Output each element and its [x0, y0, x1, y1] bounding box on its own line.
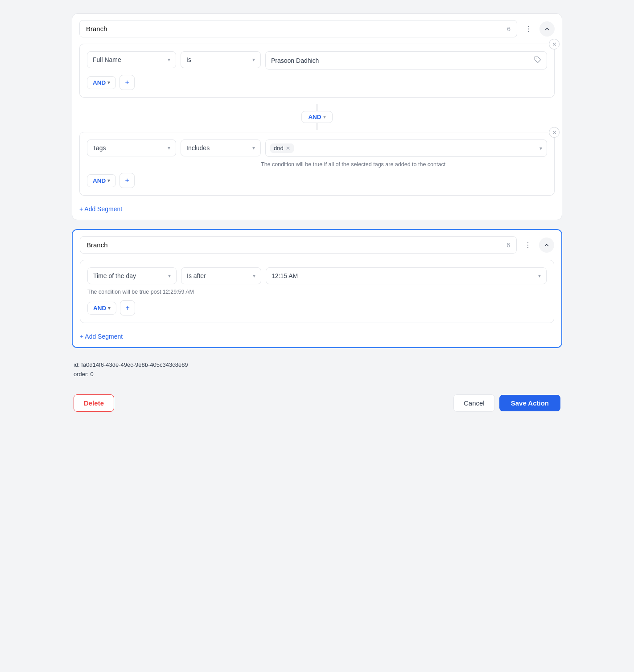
- tag-remove-icon[interactable]: ✕: [286, 145, 290, 152]
- svg-point-2: [528, 31, 529, 32]
- meta-order: order: 0: [74, 370, 560, 379]
- field-operator-select-2-1[interactable]: Is after ▾: [181, 267, 261, 284]
- branch-title-text-2: Branch: [86, 241, 108, 249]
- and-row-2-1: AND ▾ +: [87, 300, 547, 316]
- field-name-label-1-1: Full Name: [93, 56, 121, 63]
- branch-collapse-btn-2[interactable]: [539, 238, 554, 253]
- field-name-label-2-1: Time of the day: [93, 272, 136, 279]
- meta-info: id: fa0d14f6-43de-49ec-9e8b-405c343c8e89…: [72, 357, 562, 383]
- branch-title-2[interactable]: Branch 6: [80, 236, 517, 254]
- svg-point-5: [527, 244, 528, 245]
- add-segment-label-1: + Add Segment: [79, 205, 122, 213]
- branch-title-1[interactable]: Branch 6: [79, 20, 517, 37]
- cancel-button[interactable]: Cancel: [453, 394, 495, 412]
- and-row-1-1: AND ▾ +: [87, 75, 547, 90]
- and-button-1-2[interactable]: AND ▾: [87, 174, 116, 187]
- chevron-up-icon-2: [543, 242, 550, 248]
- field-value-select-2-1[interactable]: 12:15 AM ▾: [266, 267, 547, 284]
- branch-collapse-btn-1[interactable]: [539, 21, 555, 37]
- more-vert-icon: [524, 25, 532, 33]
- branch-header-2: Branch 6: [73, 230, 561, 260]
- segment-box-1-2: ✕ Tags ▾ Includes ▾ dnd ✕: [79, 132, 555, 196]
- field-value-label-2-1: 12:15 AM: [272, 272, 298, 279]
- svg-point-4: [527, 242, 528, 243]
- condition-row-2-1: Time of the day ▾ Is after ▾ 12:15 AM ▾: [87, 267, 547, 284]
- and-chevron-1-2: ▾: [107, 178, 110, 184]
- and-connector-chevron-1: ▾: [323, 114, 326, 120]
- field-operator-select-1-1[interactable]: Is ▾: [181, 51, 261, 68]
- branch-header-1: Branch 6: [72, 14, 562, 44]
- tag-field-chevron: ▾: [539, 145, 542, 152]
- and-button-1-1[interactable]: AND ▾: [87, 76, 116, 89]
- segment-close-1-2[interactable]: ✕: [549, 127, 560, 138]
- meta-id: id: fa0d14f6-43de-49ec-9e8b-405c343c8e89: [74, 361, 560, 370]
- and-label-2-1: AND: [93, 305, 106, 311]
- plus-button-1-2[interactable]: +: [119, 173, 135, 188]
- tag-chip-label: dnd: [274, 145, 284, 152]
- field-value-input-1-1[interactable]: Prasoon Dadhich: [265, 51, 547, 70]
- and-connector-badge-1[interactable]: AND ▾: [301, 111, 332, 123]
- tag-chip-dnd: dnd ✕: [270, 143, 294, 153]
- field-name-select-2-1[interactable]: Time of the day ▾: [87, 267, 177, 284]
- and-chevron-1-1: ▾: [107, 80, 110, 86]
- field-name-select-1-2[interactable]: Tags ▾: [87, 139, 176, 156]
- branch-more-btn-2[interactable]: [521, 239, 535, 251]
- add-segment-btn-2[interactable]: + Add Segment: [73, 329, 130, 347]
- add-segment-label-2: + Add Segment: [80, 333, 123, 340]
- segment-box-1-1: ✕ Full Name ▾ Is ▾ Prasoon Dadhich: [79, 44, 555, 98]
- field-operator-label-1-2: Includes: [186, 144, 210, 152]
- footer-right: Cancel Save Action: [453, 394, 560, 412]
- branch-more-btn-1[interactable]: [522, 23, 535, 35]
- plus-button-1-1[interactable]: +: [119, 75, 135, 90]
- field-name-chevron-2-1: ▾: [168, 273, 171, 279]
- field-name-label-1-2: Tags: [93, 144, 106, 152]
- and-button-2-1[interactable]: AND ▾: [87, 302, 116, 315]
- branch-count-1: 6: [507, 25, 510, 33]
- connector-line-top-1: [317, 104, 317, 111]
- field-operator-select-1-2[interactable]: Includes ▾: [181, 139, 261, 156]
- condition-row-1-2: Tags ▾ Includes ▾ dnd ✕ ▾: [87, 139, 547, 157]
- svg-point-1: [528, 28, 529, 29]
- svg-point-6: [527, 247, 528, 248]
- branch-card-1: Branch 6 ✕: [72, 13, 562, 220]
- and-connector-1: AND ▾: [72, 104, 562, 130]
- and-connector-label-1: AND: [308, 114, 321, 120]
- tag-icon-svg: [534, 56, 541, 63]
- and-label-1-2: AND: [93, 177, 106, 184]
- field-operator-label-2-1: Is after: [187, 272, 206, 279]
- more-vert-icon-2: [524, 241, 532, 249]
- tag-icon-1-1: [534, 56, 541, 65]
- connector-line-bottom-1: [317, 123, 317, 130]
- plus-label-2-1: +: [126, 304, 130, 312]
- and-label-1-1: AND: [93, 79, 106, 86]
- segment-hint-2-1: The condition will be true post 12:29:59…: [87, 289, 547, 295]
- and-row-1-2: AND ▾ +: [87, 173, 547, 188]
- field-operator-chevron-1-1: ▾: [252, 57, 255, 63]
- plus-label-1-2: +: [125, 176, 129, 184]
- branch-count-2: 6: [506, 242, 510, 249]
- plus-button-2-1[interactable]: +: [120, 300, 135, 316]
- chevron-up-icon: [544, 26, 550, 32]
- segment-hint-1-2: The condition will be true if all of the…: [261, 161, 547, 168]
- and-chevron-2-1: ▾: [108, 305, 111, 311]
- save-action-button[interactable]: Save Action: [499, 395, 560, 411]
- plus-label-1-1: +: [125, 78, 129, 86]
- field-operator-chevron-1-2: ▾: [252, 145, 255, 151]
- svg-point-0: [528, 26, 529, 27]
- footer-bar: Delete Cancel Save Action: [72, 387, 562, 414]
- add-segment-btn-1[interactable]: + Add Segment: [72, 202, 129, 220]
- field-operator-label-1-1: Is: [186, 56, 191, 63]
- field-value-text-1-1: Prasoon Dadhich: [271, 57, 319, 64]
- field-name-chevron-1-2: ▾: [168, 145, 170, 151]
- field-name-chevron-1-1: ▾: [168, 57, 170, 63]
- field-value-chevron-2-1: ▾: [538, 273, 541, 279]
- field-tag-input-1-2[interactable]: dnd ✕ ▾: [265, 139, 547, 157]
- delete-button[interactable]: Delete: [74, 394, 114, 412]
- branch-title-text-1: Branch: [86, 25, 107, 33]
- segment-box-2-1: Time of the day ▾ Is after ▾ 12:15 AM ▾ …: [80, 260, 554, 323]
- condition-row-1-1: Full Name ▾ Is ▾ Prasoon Dadhich: [87, 51, 547, 70]
- branch-card-2: Branch 6: [72, 229, 562, 348]
- field-operator-chevron-2-1: ▾: [253, 273, 255, 279]
- segment-close-1-1[interactable]: ✕: [549, 39, 560, 49]
- field-name-select-1-1[interactable]: Full Name ▾: [87, 51, 176, 68]
